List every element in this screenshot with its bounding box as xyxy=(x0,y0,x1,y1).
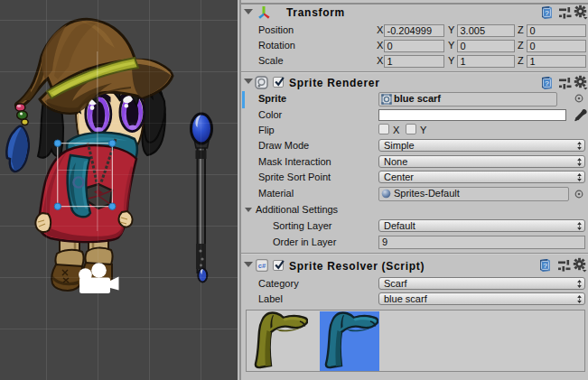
svg-text:?: ? xyxy=(545,9,549,17)
svg-text:?: ? xyxy=(543,262,547,270)
svg-text:?: ? xyxy=(545,79,549,88)
svg-text:c#: c# xyxy=(258,261,266,269)
